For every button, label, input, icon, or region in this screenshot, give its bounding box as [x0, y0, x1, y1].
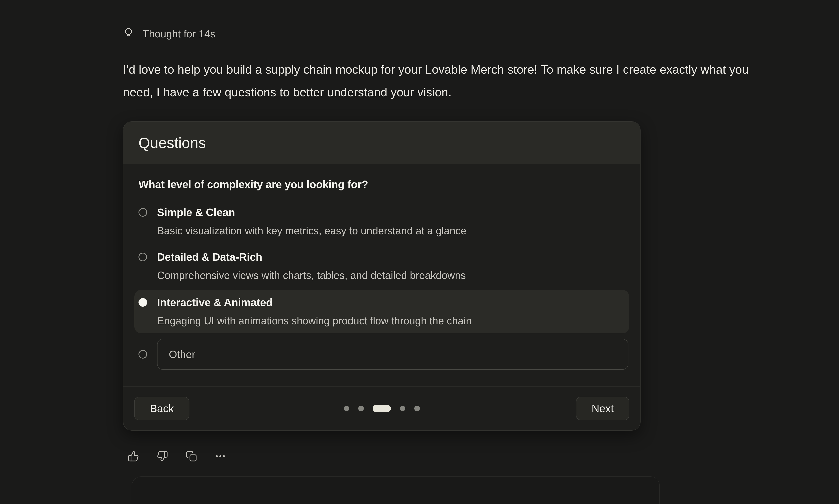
card-footer: Back Next	[123, 386, 640, 430]
copy-icon	[186, 451, 197, 462]
card-body: What level of complexity are you looking…	[123, 164, 640, 386]
card-title: Questions	[139, 134, 206, 151]
other-input[interactable]	[157, 339, 628, 370]
option-text: Interactive & Animated Engaging UI with …	[157, 293, 472, 330]
option-label: Detailed & Data-Rich	[157, 248, 466, 266]
option-text: Detailed & Data-Rich Comprehensive views…	[157, 248, 466, 284]
assistant-message: I'd love to help you build a supply chai…	[123, 58, 762, 104]
option-description: Engaging UI with animations showing prod…	[157, 311, 472, 330]
option-detailed-data-rich[interactable]: Detailed & Data-Rich Comprehensive views…	[139, 248, 625, 284]
thumbs-up-button[interactable]	[128, 451, 139, 462]
back-button[interactable]: Back	[134, 397, 189, 420]
radio-icon[interactable]	[139, 208, 147, 217]
radio-icon[interactable]	[139, 253, 147, 261]
option-interactive-animated[interactable]: Interactive & Animated Engaging UI with …	[134, 290, 629, 333]
copy-button[interactable]	[186, 451, 197, 462]
thumbs-down-button[interactable]	[157, 451, 168, 462]
radio-icon[interactable]	[139, 350, 147, 359]
option-label: Interactive & Animated	[157, 293, 472, 311]
thumbs-up-icon	[128, 451, 139, 462]
option-other[interactable]	[139, 339, 625, 370]
composer-edge	[132, 476, 660, 504]
card-header: Questions	[123, 122, 640, 164]
message-actions	[128, 451, 226, 462]
option-simple-clean[interactable]: Simple & Clean Basic visualization with …	[139, 203, 625, 240]
pagination-dot-active	[373, 405, 391, 412]
thumbs-down-icon	[157, 451, 168, 462]
option-label: Simple & Clean	[157, 203, 467, 221]
pagination-dot	[414, 406, 420, 411]
more-options-button[interactable]	[215, 451, 226, 462]
option-description: Comprehensive views with charts, tables,…	[157, 266, 466, 284]
more-options-icon	[215, 451, 226, 462]
option-description: Basic visualization with key metrics, ea…	[157, 221, 467, 240]
pagination-dot	[344, 406, 349, 411]
question-text: What level of complexity are you looking…	[139, 177, 625, 192]
next-button[interactable]: Next	[576, 397, 629, 420]
thought-label: Thought for 14s	[143, 27, 215, 41]
pagination-dots	[344, 405, 420, 412]
lightbulb-icon	[123, 27, 134, 41]
pagination-dot	[358, 406, 364, 411]
questions-card: Questions What level of complexity are y…	[123, 121, 641, 431]
option-text: Simple & Clean Basic visualization with …	[157, 203, 467, 240]
radio-icon[interactable]	[139, 298, 147, 307]
thought-summary[interactable]: Thought for 14s	[123, 27, 215, 41]
pagination-dot	[400, 406, 405, 411]
